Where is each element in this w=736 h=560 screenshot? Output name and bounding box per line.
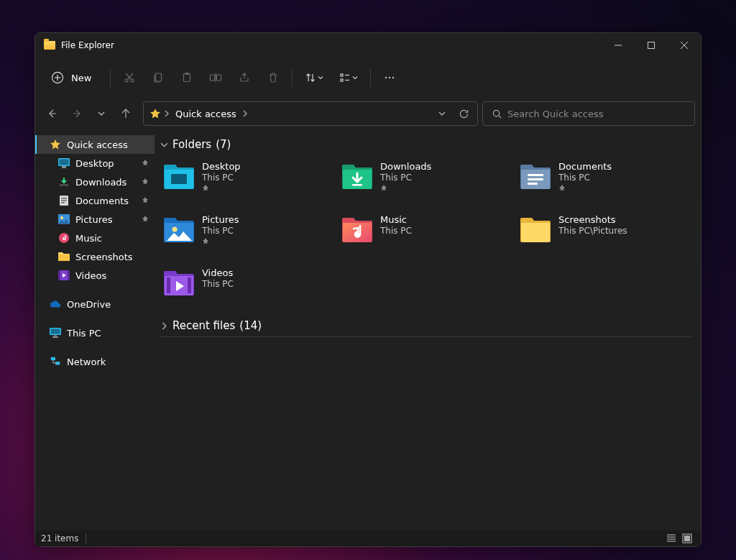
folder-name: Videos (202, 267, 234, 279)
folder-name: Pictures (202, 214, 239, 226)
paste-button[interactable] (172, 65, 201, 91)
folder-sub: This PC (380, 173, 431, 183)
svg-rect-41 (51, 357, 55, 360)
svg-rect-12 (211, 75, 215, 81)
address-bar[interactable]: Quick access (143, 101, 478, 126)
music-icon (341, 214, 373, 246)
section-recent-header[interactable]: Recent files (14) (160, 319, 692, 332)
svg-rect-24 (60, 160, 69, 165)
window-title: File Explorer (61, 40, 114, 50)
svg-rect-25 (62, 166, 66, 168)
copy-button[interactable] (144, 65, 172, 91)
new-button[interactable]: New (44, 65, 101, 91)
cut-button[interactable] (115, 65, 144, 91)
sidebar-item-screenshots[interactable]: Screenshots (35, 247, 155, 266)
folder-name: Screenshots (558, 214, 627, 226)
up-button[interactable] (114, 102, 137, 125)
sidebar-item-onedrive[interactable]: OneDrive (35, 295, 155, 313)
toolbar-separator (110, 68, 111, 87)
folder-item-videos[interactable]: Videos This PC (163, 267, 336, 299)
folder-sub: This PC (380, 226, 412, 237)
pictures-icon (58, 214, 70, 225)
folder-item-pictures[interactable]: Pictures This PC (163, 214, 336, 246)
breadcrumb-home[interactable] (147, 104, 164, 124)
breadcrumb-quick-access[interactable]: Quick access (170, 104, 242, 124)
chevron-down-icon (160, 141, 168, 149)
titlebar: File Explorer (35, 33, 701, 58)
pin-icon (142, 197, 149, 204)
star-icon (150, 108, 161, 119)
svg-rect-51 (188, 277, 191, 293)
share-button[interactable] (230, 65, 259, 91)
svg-rect-15 (341, 74, 343, 76)
folder-item-downloads[interactable]: Downloads This PC (341, 161, 514, 193)
view-button[interactable] (331, 65, 366, 91)
sidebar-item-videos[interactable]: Videos (35, 266, 155, 285)
refresh-button[interactable] (453, 103, 474, 124)
address-dropdown-button[interactable] (431, 103, 453, 124)
maximize-button[interactable] (635, 33, 668, 58)
svg-rect-47 (528, 183, 538, 185)
sidebar-item-desktop[interactable]: Desktop (35, 154, 155, 173)
folder-item-music[interactable]: Music This PC (341, 214, 514, 246)
sidebar-item-label: Desktop (75, 158, 114, 169)
folder-item-screenshots[interactable]: Screenshots This PC\Pictures (520, 214, 692, 246)
search-icon (486, 109, 507, 119)
network-icon (50, 356, 61, 367)
sidebar-item-downloads[interactable]: Downloads (35, 173, 155, 191)
svg-point-22 (493, 110, 499, 116)
section-count: (14) (239, 319, 262, 332)
sidebar-item-documents[interactable]: Documents (35, 191, 155, 210)
svg-rect-40 (52, 336, 58, 338)
folder-icon (44, 41, 55, 50)
close-button[interactable] (668, 33, 701, 58)
forward-button[interactable] (65, 102, 88, 125)
svg-rect-57 (685, 536, 690, 541)
new-label: New (71, 73, 91, 83)
search-bar[interactable] (482, 101, 695, 126)
sidebar-item-network[interactable]: Network (35, 352, 155, 371)
sidebar-item-this-pc[interactable]: This PC (35, 323, 155, 342)
recent-locations-button[interactable] (90, 102, 113, 125)
svg-rect-36 (68, 270, 70, 280)
navbar: Quick access (35, 98, 701, 132)
section-divider (160, 336, 692, 337)
sidebar-item-music[interactable]: Music (35, 229, 155, 247)
toolbar-separator (370, 68, 371, 87)
svg-rect-35 (58, 270, 60, 280)
details-view-button[interactable] (663, 531, 679, 546)
svg-rect-39 (54, 335, 57, 336)
svg-rect-38 (51, 329, 60, 334)
sidebar-item-quick-access[interactable]: Quick access (35, 135, 155, 154)
search-input[interactable] (507, 109, 691, 119)
section-folders-header[interactable]: Folders (7) (160, 138, 692, 151)
rename-button[interactable] (201, 65, 230, 91)
status-bar: 21 items (35, 531, 701, 546)
sidebar: Quick access Desktop Downloads (35, 132, 155, 531)
pin-icon (142, 178, 149, 185)
svg-point-20 (389, 77, 390, 78)
folder-item-desktop[interactable]: Desktop This PC (163, 161, 336, 193)
monitor-icon (50, 327, 61, 339)
section-count: (7) (216, 138, 231, 151)
pin-icon (558, 185, 612, 192)
folder-name: Downloads (380, 161, 431, 173)
more-button[interactable] (375, 65, 404, 91)
pin-icon (380, 185, 431, 192)
minimize-button[interactable] (602, 33, 635, 58)
titlebar-title: File Explorer (41, 40, 602, 50)
sort-button[interactable] (297, 65, 331, 91)
body: Quick access Desktop Downloads (35, 132, 701, 531)
sidebar-item-pictures[interactable]: Pictures (35, 210, 155, 229)
folder-item-documents[interactable]: Documents This PC (520, 161, 692, 193)
svg-point-8 (131, 79, 134, 82)
svg-rect-46 (528, 178, 543, 180)
thumbnails-view-button[interactable] (679, 531, 695, 546)
svg-rect-1 (648, 42, 655, 49)
back-button[interactable] (41, 102, 64, 125)
delete-button[interactable] (259, 65, 288, 91)
breadcrumb-label: Quick access (172, 109, 239, 119)
nav-arrows (41, 102, 137, 125)
svg-rect-30 (61, 202, 65, 203)
folder-icon (58, 251, 70, 262)
